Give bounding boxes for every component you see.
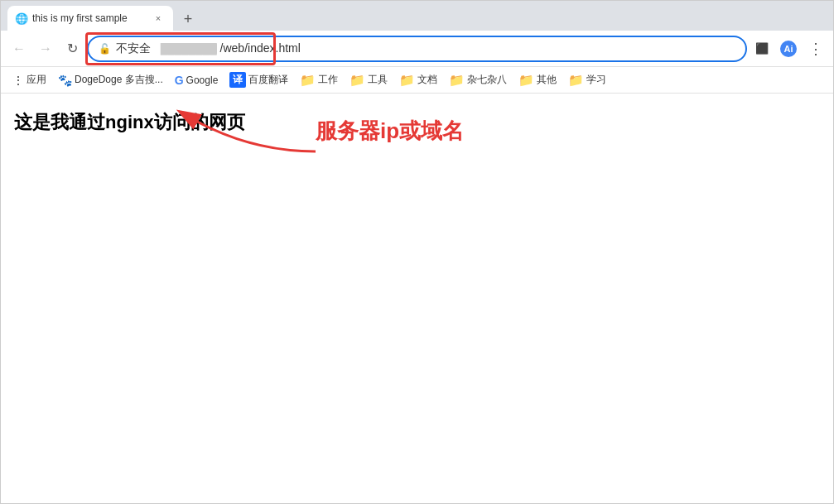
forward-button[interactable]: → [34,37,57,60]
back-button[interactable]: ← [7,37,31,60]
misc-folder-icon: 📁 [449,73,465,88]
refresh-icon: ↻ [67,41,78,56]
apps-icon: ⋮ [12,74,24,87]
annotation-text: 服务器ip或域名 [316,118,464,143]
menu-button[interactable]: ⋮ [803,37,827,60]
extensions-icon: ⬛ [755,42,769,55]
bookmark-other[interactable]: 📁 其他 [513,71,562,89]
tab-close-button[interactable]: × [152,12,165,25]
dogedoge-icon: 🐾 [58,74,72,87]
bookmark-tools[interactable]: 📁 工具 [345,71,393,89]
tools-folder-icon: 📁 [350,73,365,88]
menu-icon: ⋮ [808,40,822,58]
security-icon: 🔓 [99,43,111,55]
apps-label: 应用 [27,73,46,87]
page-content: 这是我通过nginx访问的网页 服务器ip或域名 [1,94,833,503]
work-folder-icon: 📁 [300,73,316,88]
baidu-translate-label: 百度翻译 [248,73,288,87]
annotation-arrow [166,102,332,168]
bookmark-misc[interactable]: 📁 杂七杂八 [444,71,512,89]
google-label: Google [186,74,219,86]
new-tab-button[interactable]: + [176,7,200,31]
bookmark-apps[interactable]: ⋮ 应用 [7,71,51,89]
tools-label: 工具 [368,73,388,87]
tab-title: this is my first sample [32,12,147,24]
study-label: 学习 [586,73,606,87]
security-text: 不安全 ████████ /web/index.html [116,41,735,56]
url-blurred: ████████ [161,43,217,55]
back-icon: ← [12,41,26,56]
profile-icon: Ai [780,41,797,57]
study-folder-icon: 📁 [568,73,584,88]
nav-bar: ← → ↻ 🔓 不安全 ████████ /web/index.html ⬛ [1,31,833,67]
other-folder-icon: 📁 [518,73,534,88]
docs-folder-icon: 📁 [399,73,415,88]
bookmark-google[interactable]: G Google [170,72,224,89]
baidu-translate-icon: 译 [229,72,246,88]
tab-favicon: 🌐 [16,12,27,24]
address-bar[interactable]: 🔓 不安全 ████████ /web/index.html [87,36,747,62]
work-label: 工作 [318,73,338,87]
bookmark-baidu-translate[interactable]: 译 百度翻译 [224,70,293,89]
misc-label: 杂七杂八 [467,73,507,87]
bookmark-work[interactable]: 📁 工作 [295,71,343,89]
dogedoge-label: DogeDoge 多吉搜... [75,73,163,87]
address-bar-wrapper: 🔓 不安全 ████████ /web/index.html [87,36,747,62]
profile-button[interactable]: Ai [777,37,800,60]
bookmark-docs[interactable]: 📁 文档 [394,71,442,89]
refresh-button[interactable]: ↻ [60,37,84,60]
not-secure-label: 不安全 [116,41,151,55]
bookmark-dogedoge[interactable]: 🐾 DogeDoge 多吉搜... [53,71,168,89]
other-label: 其他 [537,73,557,87]
docs-label: 文档 [417,73,437,87]
forward-icon: → [39,41,52,56]
browser-window: 🌐 this is my first sample × + ← → ↻ 🔓 不安… [0,0,834,504]
bookmarks-bar: ⋮ 应用 🐾 DogeDoge 多吉搜... G Google 译 百度翻译 📁… [1,67,833,94]
browser-tab[interactable]: 🌐 this is my first sample × [7,6,173,31]
extensions-button[interactable]: ⬛ [750,37,774,60]
google-icon: G [175,74,184,87]
annotation-label: 服务器ip或域名 [316,117,464,146]
url-path: /web/index.html [220,41,301,55]
bookmark-study[interactable]: 📁 学习 [563,71,611,89]
tab-bar: 🌐 this is my first sample × + [1,1,833,31]
